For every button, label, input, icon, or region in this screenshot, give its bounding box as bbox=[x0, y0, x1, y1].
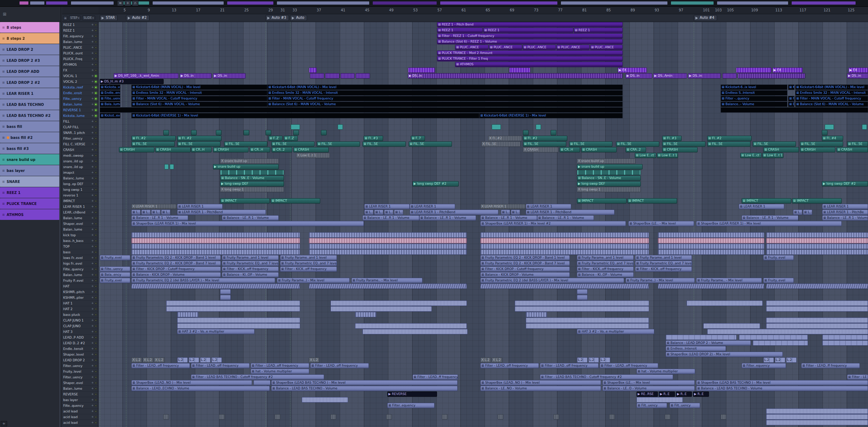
playlist-clip[interactable] bbox=[216, 130, 222, 135]
track-plus-icon[interactable]: + bbox=[91, 353, 94, 356]
playlist-clip[interactable]: ⊞ ShaperBox (LEAR RISER 1) - Mix level bbox=[696, 221, 842, 226]
playlist-clip[interactable]: ⊞ Filter - LEAD..off frequency bbox=[540, 363, 599, 368]
picker-item[interactable]: ≡bas layer bbox=[0, 165, 59, 176]
playlist-clip[interactable]: ⊞ Fruity Parametric EQ 2 (del BASS LAYER… bbox=[480, 278, 624, 283]
playlist-clip[interactable]: ⊞ Filter - KICK..off frequency bbox=[577, 266, 634, 272]
playlist-clip[interactable]: ▶ DS..in bbox=[847, 73, 868, 79]
playlist-clip[interactable]: ⊞ L..d bbox=[141, 210, 151, 215]
track-plus-icon[interactable]: + bbox=[91, 199, 94, 202]
playlist-clip[interactable]: ⊞ Low E..t 1 bbox=[762, 153, 784, 158]
playlist-clip[interactable]: ⊞ Kickstart-64bit (REVERSE 1) - Mix leve… bbox=[479, 113, 623, 118]
track-plus-icon[interactable]: + bbox=[91, 387, 94, 390]
playlist-clip[interactable]: X L.2 bbox=[143, 357, 153, 363]
picker-item[interactable]: ≡REEZ 1 bbox=[0, 187, 59, 198]
playlist-clip[interactable]: ⊞ LEAR RISER 1 bbox=[364, 204, 410, 209]
track-plus-icon[interactable]: + bbox=[91, 421, 94, 424]
playlist-clip[interactable]: ⊞ ATHMOS bbox=[455, 62, 623, 67]
playlist-clip[interactable]: ⊞ Fruity Parametric EQ 2 - KICK DROP - B… bbox=[480, 255, 570, 260]
track-header[interactable]: Kicksta..lume+ bbox=[62, 113, 98, 119]
picker-item[interactable]: ≡8 steps bbox=[0, 22, 59, 33]
playlist-clip[interactable]: ⊞ LEAR RISER 1 bbox=[177, 204, 223, 209]
playlist-clip[interactable]: ⊞ Balance - LE..O - Volume bbox=[602, 386, 695, 391]
track-header[interactable]: Balan..lume+ bbox=[62, 215, 98, 221]
playlist-clip[interactable] bbox=[362, 329, 468, 334]
playlist-clip[interactable]: ⊞ L..d bbox=[803, 210, 812, 215]
track-mute-led[interactable] bbox=[95, 194, 97, 196]
track-header[interactable]: CLAP FILL+ bbox=[62, 124, 98, 130]
track-header[interactable]: imapct+ bbox=[62, 170, 98, 175]
playlist-clip[interactable] bbox=[291, 124, 300, 130]
track-header[interactable]: VOCAL 1+ bbox=[62, 73, 98, 79]
track-mute-led[interactable] bbox=[95, 98, 97, 100]
picker-item[interactable]: ≡SNARE bbox=[0, 176, 59, 187]
magnet-icon[interactable]: ∩ bbox=[132, 0, 138, 6]
playlist-clip[interactable] bbox=[766, 409, 868, 414]
playlist-clip[interactable]: ⊞ Balance (Slot 6) - MAIN VOCAL - Volume bbox=[131, 102, 267, 107]
track-header[interactable]: REVERSE+ bbox=[62, 391, 98, 397]
playlist-clip[interactable] bbox=[509, 67, 530, 73]
playlist-clip[interactable] bbox=[177, 318, 300, 323]
playlist-clip[interactable]: ▶ R..E bbox=[676, 391, 692, 397]
playlist-clip[interactable]: ⊞ IMPACT bbox=[627, 198, 677, 204]
track-plus-icon[interactable]: + bbox=[91, 319, 94, 322]
track-mute-led[interactable] bbox=[95, 308, 97, 310]
add-track-button[interactable]: + bbox=[63, 16, 67, 20]
track-header[interactable]: bass..h_bass+ bbox=[62, 238, 98, 244]
track-plus-icon[interactable]: + bbox=[91, 29, 94, 32]
playlist-clip[interactable] bbox=[721, 414, 726, 420]
playlist-clip[interactable]: ⊞ Balance - LE..NO - Volume bbox=[480, 386, 601, 391]
track-plus-icon[interactable]: + bbox=[91, 63, 94, 66]
playlist-clip[interactable] bbox=[338, 124, 343, 130]
playlist-clip[interactable]: ⊞ ShaperBox (LEAR RISER 1) - Mix level #… bbox=[480, 221, 626, 226]
track-mute-led[interactable] bbox=[95, 177, 97, 179]
track-header[interactable]: CLAP JUNO 1+ bbox=[62, 318, 98, 323]
track-header[interactable]: Filte..quency+ bbox=[62, 403, 98, 409]
track-plus-icon[interactable]: + bbox=[91, 205, 94, 208]
playlist-clip[interactable]: ▶ FX bbox=[618, 67, 647, 73]
playlist-clip[interactable]: ⊞ Fruity Parametric EQ..and 7 level bbox=[280, 261, 337, 266]
draw-tool-icon[interactable]: + bbox=[125, 0, 131, 6]
playlist-clip[interactable]: ⊞ LEAR RISER 1 bbox=[526, 204, 571, 209]
track-mute-led[interactable] bbox=[95, 410, 97, 412]
track-header[interactable]: LEAR RISER 1+ bbox=[62, 204, 98, 210]
track-mute-led[interactable] bbox=[95, 166, 97, 168]
playlist-clip[interactable]: ⊞ FIL..5E bbox=[271, 141, 315, 147]
playlist-clip[interactable]: X LEAR RISER 1 bbox=[480, 204, 526, 209]
track-mute-led[interactable] bbox=[95, 228, 97, 231]
playlist-clip[interactable]: ⊞ Fruity Parame..) - Mix level bbox=[626, 278, 695, 283]
playlist-clip[interactable]: ⊞ Balance - LEAD BAS TECHNO - Volume bbox=[271, 386, 458, 391]
playlist-clip[interactable]: ⊞ CRASH bbox=[119, 147, 154, 152]
track-plus-icon[interactable]: + bbox=[91, 245, 94, 248]
playlist-clip[interactable] bbox=[658, 238, 764, 243]
playlist-clip[interactable]: ⊞ L..d bbox=[161, 210, 170, 215]
track-mute-led[interactable] bbox=[95, 257, 97, 259]
playlist-clip[interactable] bbox=[766, 306, 868, 312]
playlist-clip[interactable]: ▶ DS..in bbox=[408, 73, 623, 79]
playlist-clip[interactable]: ⊞ Bala..lume bbox=[100, 102, 120, 107]
playlist-clip[interactable] bbox=[766, 232, 868, 238]
playlist-clip[interactable]: ⊞ LEAR RISER 1 - PitchBe bbox=[822, 210, 868, 215]
playlist-clip[interactable]: ⊞ Filter..equency bbox=[387, 403, 435, 408]
playlist-clip[interactable] bbox=[739, 335, 808, 340]
playlist-clip[interactable]: ⊞ Filter - MAIN VOCAL - Cutoff frequency bbox=[795, 96, 868, 101]
playlist-clip[interactable]: ⊞ Fruity Parame..and 1 level bbox=[635, 255, 692, 260]
picker-item[interactable]: ≡ATHMOS bbox=[0, 209, 59, 220]
track-mute-led[interactable] bbox=[95, 336, 97, 339]
track-plus-icon[interactable]: + bbox=[91, 148, 94, 151]
track-header[interactable]: CLAP JUNO+ bbox=[62, 323, 98, 329]
playlist-clip[interactable] bbox=[687, 301, 763, 306]
playlist-clip[interactable] bbox=[310, 73, 324, 79]
playlist-clip[interactable]: ⊞ Fruity..evel bbox=[763, 278, 794, 283]
playlist-clip[interactable] bbox=[244, 130, 249, 135]
track-header[interactable]: Filt..equency+ bbox=[62, 33, 98, 39]
slide-mode-button[interactable]: SLIDE▾ bbox=[82, 16, 95, 20]
picker-mode-icon[interactable]: ⊞ bbox=[3, 12, 6, 17]
track-plus-icon[interactable]: + bbox=[91, 97, 94, 100]
playlist-clip[interactable]: ⊞ Low E..ct 1 bbox=[635, 153, 656, 158]
playlist-clip[interactable]: ⊞ Fruity Parametric EQ..and 7 level bbox=[635, 261, 692, 266]
playlist-clip[interactable]: ⊞ Fruity Parametric EQ 2 (del BASS LAYER… bbox=[131, 278, 275, 283]
playlist-clip[interactable]: ⊞ Endless Smile 32 - MAIN VOCAL - Intens… bbox=[131, 90, 267, 96]
playlist-clip[interactable] bbox=[480, 283, 649, 289]
track-plus-icon[interactable]: + bbox=[91, 46, 94, 49]
track-header[interactable]: IMPACT+ bbox=[62, 198, 98, 204]
